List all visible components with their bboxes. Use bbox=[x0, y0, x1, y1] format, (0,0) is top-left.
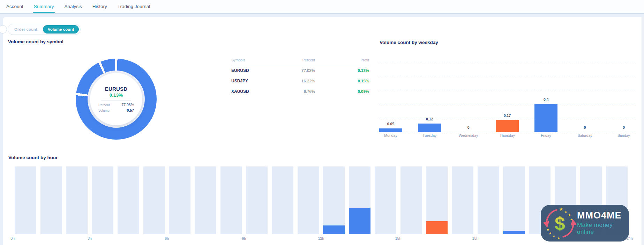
cell-symbol: USDJPY bbox=[231, 79, 284, 83]
toggle-option-volume-count[interactable]: Volume count bbox=[43, 25, 79, 34]
hour-placeholder-bar bbox=[375, 166, 396, 234]
gridline bbox=[379, 62, 636, 62]
gridline bbox=[379, 118, 636, 118]
mmo4me-logo-icon: ★ ★ ★ ★ ★ ★ ★ ★ $ bbox=[544, 207, 576, 240]
tab-analysis[interactable]: Analysis bbox=[65, 0, 82, 13]
bar-value-label: 0 bbox=[467, 125, 470, 129]
hour-placeholder-bar bbox=[40, 166, 62, 234]
cell-profit: 0.09% bbox=[315, 89, 369, 94]
gridline bbox=[379, 90, 636, 90]
hour-placeholder-bar bbox=[400, 166, 422, 234]
bar-tuesday[interactable] bbox=[418, 124, 441, 132]
gridline bbox=[379, 76, 636, 76]
svg-text:★: ★ bbox=[557, 236, 561, 240]
scrollbar-track[interactable] bbox=[642, 17, 644, 245]
donut-stats: Percent77.03%Volume0.57 bbox=[98, 103, 134, 112]
bar-19h[interactable] bbox=[503, 231, 525, 234]
count-mode-toggle: Order countVolume count bbox=[8, 24, 81, 35]
tab-history[interactable]: History bbox=[92, 0, 107, 13]
bar-value-label: 0.17 bbox=[504, 113, 511, 118]
donut-divider bbox=[101, 100, 131, 101]
watermark-title: MMO4ME bbox=[577, 211, 629, 220]
hour-placeholder-bar bbox=[118, 166, 139, 234]
hour-placeholder-bar bbox=[298, 166, 319, 234]
hour-placeholder-bar bbox=[195, 166, 216, 234]
bar-16h[interactable] bbox=[426, 221, 448, 234]
axis-label-12h: 12h bbox=[318, 236, 324, 240]
cell-percent: 16.22% bbox=[284, 79, 315, 83]
table-row-xauusd[interactable]: XAUUSD6.76%0.09% bbox=[231, 86, 369, 97]
table-header-row: SymbolsPercentProfit bbox=[231, 58, 369, 65]
donut-center-card: EURUSD 0.13% Percent77.03%Volume0.57 bbox=[90, 73, 142, 125]
axis-label-18h: 18h bbox=[472, 236, 479, 240]
hour-section-title: Volume count by hour bbox=[8, 155, 58, 160]
table-header-profit: Profit bbox=[315, 58, 369, 62]
bar-13h[interactable] bbox=[349, 208, 370, 234]
symbol-section-title: Volume count by symbol bbox=[8, 39, 63, 44]
bar-value-label: 0 bbox=[623, 125, 625, 129]
bar-value-label: 0.05 bbox=[387, 122, 394, 126]
weekday-axis-labels: MondayTuesdayWednesdayThursdayFridaySatu… bbox=[379, 133, 636, 138]
hour-placeholder-bar bbox=[220, 166, 242, 234]
donut-stat-label: Percent bbox=[98, 103, 114, 107]
donut-stat-label: Volume bbox=[98, 109, 114, 112]
svg-text:★: ★ bbox=[559, 207, 563, 212]
cell-symbol: EURUSD bbox=[231, 68, 284, 73]
watermark-subtitle: Make money online bbox=[577, 222, 629, 236]
axis-label-saturday: Saturday bbox=[577, 133, 592, 138]
hour-placeholder-bar bbox=[66, 166, 88, 234]
svg-text:★: ★ bbox=[548, 231, 552, 235]
hour-placeholder-bar bbox=[452, 166, 473, 234]
axis-label-15h: 15h bbox=[395, 236, 402, 240]
symbols-table: SymbolsPercentProfit EURUSD77.03%0.13%US… bbox=[231, 58, 369, 97]
hour-placeholder-bar bbox=[478, 166, 499, 234]
weekday-section-title: Volume count by weekday bbox=[380, 40, 438, 45]
bar-value-label: 0.12 bbox=[426, 117, 433, 121]
hour-placeholder-bar bbox=[246, 166, 268, 234]
watermark: ★ ★ ★ ★ ★ ★ ★ ★ $ MMO4ME Make money onli… bbox=[541, 205, 629, 242]
axis-label-3h: 3h bbox=[88, 236, 92, 240]
bar-12h[interactable] bbox=[323, 225, 345, 234]
donut-profit: 0.13% bbox=[110, 92, 123, 98]
axis-label-friday: Friday bbox=[541, 133, 551, 138]
table-body: EURUSD77.03%0.13%USDJPY16.22%0.15%XAUUSD… bbox=[231, 65, 369, 97]
table-row-usdjpy[interactable]: USDJPY16.22%0.15% bbox=[231, 76, 369, 86]
gridline bbox=[379, 132, 636, 132]
tab-account[interactable]: Account bbox=[6, 0, 23, 13]
top-nav: AccountSummaryAnalysisHistoryTrading Jou… bbox=[0, 0, 644, 13]
bar-monday[interactable] bbox=[379, 128, 402, 132]
volume-by-weekday-chart: 0.050.1200.170.400 bbox=[379, 62, 636, 132]
cell-percent: 77.03% bbox=[284, 68, 315, 73]
nav-tabs: AccountSummaryAnalysisHistoryTrading Jou… bbox=[6, 0, 160, 13]
hour-placeholder-bar bbox=[323, 166, 345, 234]
dollar-icon: $ bbox=[555, 213, 565, 233]
axis-label-wednesday: Wednesday bbox=[459, 133, 478, 138]
tab-trading-journal[interactable]: Trading Journal bbox=[118, 0, 150, 13]
cell-profit: 0.13% bbox=[315, 68, 369, 73]
bar-thursday[interactable] bbox=[496, 120, 519, 132]
table-header-percent: Percent bbox=[284, 58, 315, 62]
axis-label-monday: Monday bbox=[384, 133, 397, 138]
table-row-eurusd[interactable]: EURUSD77.03%0.13% bbox=[231, 65, 369, 76]
axis-label-9h: 9h bbox=[242, 236, 246, 240]
donut-symbol: EURUSD bbox=[105, 86, 128, 92]
hour-axis-labels: 0h3h6h9h12h15h18h21h24h bbox=[13, 236, 632, 241]
axis-label-0h: 0h bbox=[10, 236, 15, 240]
cell-profit: 0.15% bbox=[315, 79, 369, 83]
hour-placeholder-bar bbox=[15, 166, 36, 234]
cell-percent: 6.76% bbox=[284, 89, 315, 94]
tab-summary[interactable]: Summary bbox=[34, 0, 54, 13]
axis-label-thursday: Thursday bbox=[500, 133, 515, 138]
volume-by-symbol-donut: EURUSD 0.13% Percent77.03%Volume0.57 bbox=[76, 59, 157, 140]
donut-stat-value: 77.03% bbox=[114, 103, 134, 107]
nav-divider bbox=[0, 13, 644, 17]
svg-text:★: ★ bbox=[552, 234, 555, 238]
content-card: Order countVolume count Volume count by … bbox=[3, 17, 644, 245]
table-header-symbols: Symbols bbox=[231, 58, 284, 62]
svg-text:★: ★ bbox=[570, 217, 573, 221]
hour-placeholder-bar bbox=[272, 166, 293, 234]
bar-friday[interactable] bbox=[534, 104, 557, 132]
bar-value-label: 0 bbox=[584, 125, 586, 129]
toggle-option-order-count[interactable]: Order count bbox=[9, 25, 42, 33]
collapse-handle[interactable] bbox=[0, 25, 7, 34]
